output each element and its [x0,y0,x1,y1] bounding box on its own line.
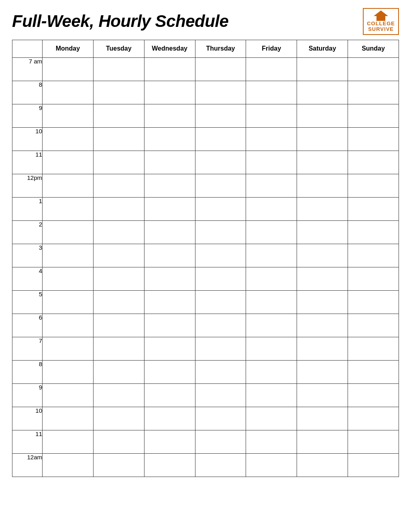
schedule-cell[interactable] [246,174,297,197]
schedule-cell[interactable] [195,220,246,244]
schedule-cell[interactable] [246,407,297,430]
schedule-cell[interactable] [93,151,144,174]
schedule-cell[interactable] [297,337,348,360]
schedule-cell[interactable] [93,383,144,407]
schedule-cell[interactable] [43,407,94,430]
schedule-cell[interactable] [93,453,144,477]
schedule-cell[interactable] [43,383,94,407]
schedule-cell[interactable] [195,81,246,104]
schedule-cell[interactable] [144,197,195,220]
schedule-cell[interactable] [246,220,297,244]
schedule-cell[interactable] [246,337,297,360]
schedule-cell[interactable] [93,267,144,290]
schedule-cell[interactable] [246,453,297,477]
schedule-cell[interactable] [348,57,399,81]
schedule-cell[interactable] [246,360,297,383]
schedule-cell[interactable] [43,81,94,104]
schedule-cell[interactable] [195,267,246,290]
schedule-cell[interactable] [144,220,195,244]
schedule-cell[interactable] [93,337,144,360]
schedule-cell[interactable] [43,57,94,81]
schedule-cell[interactable] [348,360,399,383]
schedule-cell[interactable] [144,453,195,477]
schedule-cell[interactable] [195,407,246,430]
schedule-cell[interactable] [246,383,297,407]
schedule-cell[interactable] [93,81,144,104]
schedule-cell[interactable] [43,360,94,383]
schedule-cell[interactable] [93,197,144,220]
schedule-cell[interactable] [144,151,195,174]
schedule-cell[interactable] [246,57,297,81]
schedule-cell[interactable] [43,337,94,360]
schedule-cell[interactable] [348,81,399,104]
schedule-cell[interactable] [348,244,399,267]
schedule-cell[interactable] [93,57,144,81]
schedule-cell[interactable] [297,453,348,477]
schedule-cell[interactable] [43,197,94,220]
schedule-cell[interactable] [195,57,246,81]
schedule-cell[interactable] [43,453,94,477]
schedule-cell[interactable] [246,104,297,127]
schedule-cell[interactable] [43,104,94,127]
schedule-cell[interactable] [348,220,399,244]
schedule-cell[interactable] [195,244,246,267]
schedule-cell[interactable] [93,220,144,244]
schedule-cell[interactable] [43,151,94,174]
schedule-cell[interactable] [348,453,399,477]
schedule-cell[interactable] [43,127,94,151]
schedule-cell[interactable] [144,407,195,430]
schedule-cell[interactable] [297,220,348,244]
schedule-cell[interactable] [43,430,94,453]
schedule-cell[interactable] [144,244,195,267]
schedule-cell[interactable] [297,267,348,290]
schedule-cell[interactable] [144,104,195,127]
schedule-cell[interactable] [297,57,348,81]
schedule-cell[interactable] [144,267,195,290]
schedule-cell[interactable] [297,174,348,197]
schedule-cell[interactable] [144,360,195,383]
schedule-cell[interactable] [348,383,399,407]
schedule-cell[interactable] [144,57,195,81]
schedule-cell[interactable] [348,290,399,314]
schedule-cell[interactable] [93,127,144,151]
schedule-cell[interactable] [43,267,94,290]
schedule-cell[interactable] [246,127,297,151]
schedule-cell[interactable] [297,197,348,220]
schedule-cell[interactable] [144,337,195,360]
schedule-cell[interactable] [246,290,297,314]
schedule-cell[interactable] [195,127,246,151]
schedule-cell[interactable] [43,220,94,244]
schedule-cell[interactable] [93,174,144,197]
schedule-cell[interactable] [297,314,348,337]
schedule-cell[interactable] [348,430,399,453]
schedule-cell[interactable] [297,383,348,407]
schedule-cell[interactable] [297,244,348,267]
schedule-cell[interactable] [93,407,144,430]
schedule-cell[interactable] [93,360,144,383]
schedule-cell[interactable] [297,104,348,127]
schedule-cell[interactable] [348,151,399,174]
schedule-cell[interactable] [195,197,246,220]
schedule-cell[interactable] [195,174,246,197]
schedule-cell[interactable] [195,104,246,127]
schedule-cell[interactable] [93,244,144,267]
schedule-cell[interactable] [348,174,399,197]
schedule-cell[interactable] [297,151,348,174]
schedule-cell[interactable] [43,314,94,337]
schedule-cell[interactable] [144,314,195,337]
schedule-cell[interactable] [246,430,297,453]
schedule-cell[interactable] [195,360,246,383]
schedule-cell[interactable] [144,81,195,104]
schedule-cell[interactable] [246,197,297,220]
schedule-cell[interactable] [144,383,195,407]
schedule-cell[interactable] [348,267,399,290]
schedule-cell[interactable] [195,337,246,360]
schedule-cell[interactable] [93,430,144,453]
schedule-cell[interactable] [348,407,399,430]
schedule-cell[interactable] [348,337,399,360]
schedule-cell[interactable] [93,314,144,337]
schedule-cell[interactable] [246,314,297,337]
schedule-cell[interactable] [43,290,94,314]
schedule-cell[interactable] [195,314,246,337]
schedule-cell[interactable] [297,407,348,430]
